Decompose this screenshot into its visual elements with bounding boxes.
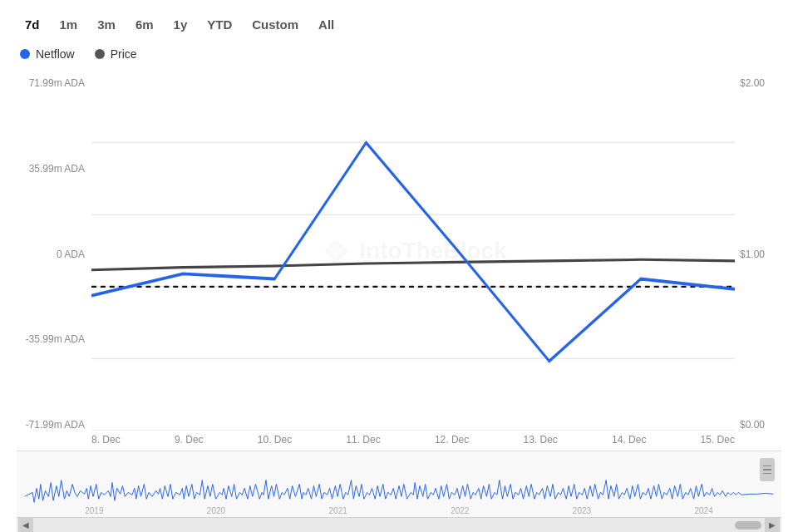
time-filter-7d[interactable]: 7d — [17, 13, 48, 36]
x-axis-label-3: 11. Dec — [346, 434, 380, 446]
main-chart-wrapper: 71.99m ADA35.99m ADA0 ADA-35.99m ADA-71.… — [17, 71, 781, 431]
chart-legend: Netflow Price — [17, 47, 781, 61]
time-filter-custom[interactable]: Custom — [244, 13, 307, 36]
scrollbar-track[interactable] — [33, 520, 765, 530]
scroll-right-arrow[interactable]: ▶ — [765, 518, 780, 533]
time-filter-3m[interactable]: 3m — [89, 13, 124, 36]
chart-area: 71.99m ADA35.99m ADA0 ADA-35.99m ADA-71.… — [17, 71, 781, 451]
y-axis-left-label-2: 0 ADA — [17, 249, 85, 260]
scrollbar-thumb[interactable] — [735, 521, 761, 530]
time-filter-1m[interactable]: 1m — [52, 13, 86, 36]
scroll-handle-line-1 — [763, 466, 771, 467]
x-axis-label-6: 14. Dec — [612, 434, 646, 446]
scroll-handle-line-2 — [763, 469, 771, 470]
x-axis-label-7: 15. Dec — [701, 434, 735, 446]
y-axis-right: $2.00$1.00$0.00 — [735, 71, 781, 431]
main-container: 7d1m3m6m1yYTDCustomAll Netflow Price 71.… — [0, 0, 798, 532]
legend-netflow-label: Netflow — [36, 47, 75, 61]
x-axis-label-0: 8. Dec — [91, 434, 121, 446]
y-axis-right-label-2: $0.00 — [740, 419, 781, 431]
svg-rect-8 — [17, 451, 781, 517]
x-axis-label-2: 10. Dec — [258, 434, 292, 446]
price-dot — [95, 49, 105, 59]
scroll-left-arrow[interactable]: ◀ — [18, 518, 33, 533]
x-axis-labels: 8. Dec9. Dec10. Dec11. Dec12. Dec13. Dec… — [91, 434, 735, 451]
mini-chart: 201920202021202220232024 — [17, 451, 781, 517]
legend-price: Price — [95, 47, 137, 61]
time-filter-6m[interactable]: 6m — [127, 13, 162, 36]
time-filter-ytd[interactable]: YTD — [199, 13, 240, 36]
x-axis-label-4: 12. Dec — [435, 434, 469, 446]
x-axis-label-1: 9. Dec — [175, 434, 204, 446]
chart-svg-container: IntoTheBlock — [91, 71, 735, 431]
legend-netflow: Netflow — [20, 47, 75, 61]
y-axis-right-label-0: $2.00 — [740, 77, 781, 89]
y-axis-left-label-4: -71.99m ADA — [17, 419, 85, 431]
y-axis-left-label-1: 35.99m ADA — [17, 163, 85, 175]
time-filter-bar: 7d1m3m6m1yYTDCustomAll — [17, 13, 781, 36]
y-axis-left: 71.99m ADA35.99m ADA0 ADA-35.99m ADA-71.… — [17, 71, 91, 431]
scrollbar-area: ◀ ▶ — [17, 517, 781, 532]
y-axis-right-label-1: $1.00 — [740, 249, 781, 260]
scroll-handle-lines — [763, 466, 771, 475]
legend-price-label: Price — [111, 47, 137, 61]
x-axis: 8. Dec9. Dec10. Dec11. Dec12. Dec13. Dec… — [17, 434, 781, 451]
mini-chart-svg — [17, 451, 781, 517]
scroll-handle-line-3 — [763, 473, 771, 475]
time-filter-1y[interactable]: 1y — [165, 13, 196, 36]
time-filter-all[interactable]: All — [310, 13, 342, 36]
netflow-dot — [20, 49, 30, 59]
y-axis-left-label-0: 71.99m ADA — [17, 77, 85, 89]
x-axis-label-5: 13. Dec — [523, 434, 557, 446]
y-axis-left-label-3: -35.99m ADA — [17, 333, 85, 345]
mini-scroll-handle[interactable] — [760, 458, 775, 481]
main-chart-svg — [91, 71, 735, 431]
